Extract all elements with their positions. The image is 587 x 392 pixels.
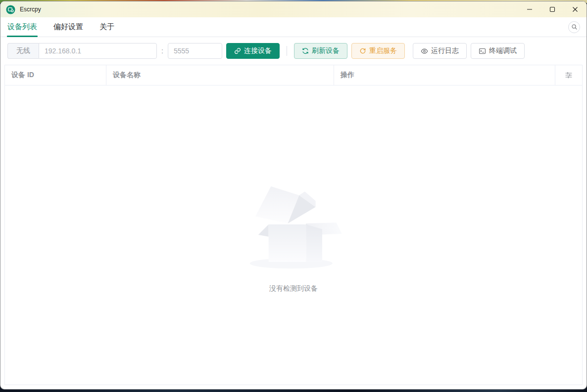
button-label: 刷新设备: [312, 46, 340, 55]
minimize-button[interactable]: [518, 1, 541, 17]
empty-box-illustration: [244, 177, 343, 271]
column-header-device-id: 设备 ID: [5, 65, 106, 85]
tab-label: 关于: [99, 22, 114, 32]
search-icon: [571, 24, 578, 30]
restart-service-button[interactable]: 重启服务: [351, 43, 405, 59]
ip-address-input[interactable]: [39, 43, 157, 59]
run-logs-button[interactable]: 运行日志: [413, 43, 467, 59]
table-header: 设备 ID 设备名称 操作: [5, 65, 582, 86]
sliders-icon: [565, 71, 573, 79]
tab-device-list[interactable]: 设备列表: [7, 17, 38, 37]
tab-label: 偏好设置: [53, 22, 83, 32]
close-button[interactable]: [564, 1, 587, 17]
refresh-right-icon: [359, 47, 366, 54]
column-header-device-name: 设备名称: [106, 65, 334, 85]
connect-device-button[interactable]: 连接设备: [226, 43, 280, 59]
button-label: 终端调试: [489, 46, 517, 55]
column-header-actions: 操作: [334, 65, 555, 85]
port-input[interactable]: [168, 43, 222, 59]
eye-icon: [421, 47, 428, 55]
refresh-icon: [302, 47, 309, 54]
tab-about[interactable]: 关于: [99, 17, 115, 37]
wireless-label: 无线: [7, 43, 39, 59]
column-settings-button[interactable]: [555, 65, 582, 85]
button-label: 运行日志: [431, 46, 459, 55]
terminal-debug-button[interactable]: 终端调试: [471, 43, 525, 59]
device-table: 设备 ID 设备名称 操作: [4, 65, 583, 385]
app-logo-icon: [6, 5, 15, 14]
port-separator: :: [161, 47, 163, 55]
button-label: 连接设备: [244, 46, 272, 55]
tabbar: 设备列表 偏好设置 关于: [0, 17, 587, 37]
empty-state-text: 没有检测到设备: [269, 284, 318, 293]
titlebar: Escrcpy: [0, 1, 587, 17]
tab-label: 设备列表: [7, 22, 37, 32]
wireless-address-group: 无线: [7, 43, 157, 59]
window-controls: [518, 1, 587, 17]
table-body-empty-state: 没有检测到设备: [5, 86, 582, 385]
button-label: 重启服务: [369, 46, 397, 55]
tab-preferences[interactable]: 偏好设置: [53, 17, 84, 37]
terminal-icon: [479, 47, 486, 55]
link-icon: [234, 47, 241, 54]
search-button[interactable]: [568, 21, 580, 33]
app-window: Escrcpy 设备列表 偏好设置 关于: [0, 1, 587, 390]
refresh-devices-button[interactable]: 刷新设备: [294, 43, 347, 59]
toolbar: 无线 : 连接设备 刷新设备: [7, 43, 580, 59]
window-title: Escrcpy: [20, 6, 41, 13]
toolbar-divider: [287, 46, 287, 56]
maximize-button[interactable]: [541, 1, 564, 17]
